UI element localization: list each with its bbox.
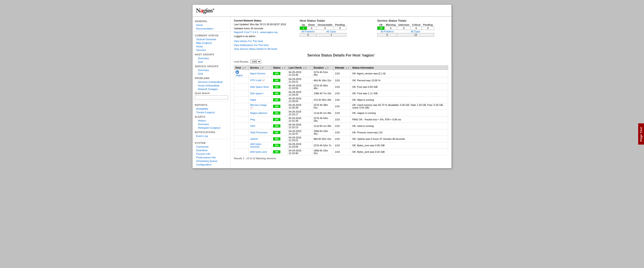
sidebar-item-host-groups-summary[interactable]: Summary	[192, 56, 230, 60]
service-link[interactable]: Total Processes	[250, 131, 268, 134]
service-info-cell: OK: nagios is running	[351, 110, 448, 116]
table-row: UptimeOK04-29-2019 21:33:2296d 6h 55m 41…	[234, 136, 448, 142]
sidebar-item-trends[interactable]: Trends (Legacy)	[192, 111, 230, 114]
host-down-count[interactable]: 0	[307, 26, 316, 30]
svc-unknown-count[interactable]: 0	[397, 26, 411, 30]
host-all-types-link[interactable]: All Types	[326, 30, 336, 33]
sidebar-item-network-outages[interactable]: Network Outages	[192, 87, 230, 91]
service-host-cell	[234, 149, 249, 155]
service-link[interactable]: eth0 bytes received	[250, 143, 262, 148]
limit-select[interactable]: 1000 100 500 5000	[250, 60, 261, 64]
sidebar-item-hosts[interactable]: Hosts	[192, 45, 230, 48]
sidebar-item-documentation[interactable]: Documentation	[192, 27, 230, 30]
service-link[interactable]: Disk Space /boot	[250, 85, 268, 88]
svc-pending-count[interactable]: 0	[422, 26, 434, 30]
host-icon: ▶	[236, 70, 239, 74]
service-link[interactable]: Nagios daemon	[250, 112, 267, 114]
sidebar-system-title: System	[192, 140, 230, 145]
svc-all-types-link[interactable]: All Types	[411, 30, 420, 33]
service-lastcheck-cell: 04-29-2019 21:33:21	[287, 77, 312, 83]
host-up-count[interactable]: 1	[300, 26, 307, 30]
status-badge: OK	[273, 150, 280, 153]
sidebar-item-downtime[interactable]: Downtime	[192, 149, 230, 152]
service-link[interactable]: CPU Load	[250, 79, 262, 81]
service-host-cell	[234, 83, 249, 90]
service-name-cell: Memory Usage 📈	[249, 103, 272, 110]
th-host[interactable]: Host ▲▼	[234, 65, 249, 70]
sidebar-item-map[interactable]: Map (Legacy)	[192, 41, 230, 45]
service-status-cell: OK	[272, 149, 287, 155]
status-badge: OK	[273, 124, 280, 128]
svc-warning-count[interactable]: 0	[384, 26, 397, 30]
service-duration-cell: 227d 4h 54m 34s	[312, 116, 334, 123]
service-link[interactable]: Disk space /	[250, 92, 264, 95]
sidebar-search-input[interactable]	[195, 95, 228, 99]
service-duration-cell: 111d 6h 1m 49s	[312, 123, 334, 129]
sidebar-item-service-groups-grid[interactable]: Grid	[192, 72, 230, 75]
host-link[interactable]: nagios	[236, 74, 242, 77]
service-duration-cell: 189d 6h 10m 44s	[312, 129, 334, 136]
service-info-cell: OK: Process count was 115	[351, 129, 448, 136]
sidebar-item-host-groups-grid[interactable]: Grid	[192, 60, 230, 64]
service-link[interactable]: Httpd	[250, 98, 256, 101]
service-link[interactable]: eth0 bytes sent	[250, 151, 267, 153]
host-pending-count[interactable]: 0	[334, 26, 346, 30]
sidebar-item-performance-info[interactable]: Performance Info	[192, 156, 230, 159]
page-tour-button[interactable]: Page Tour	[638, 123, 644, 145]
host-unreachable-count[interactable]: 0	[316, 26, 334, 30]
limit-results: Limit Results: 1000 100 500 5000	[234, 60, 448, 64]
service-totals-table: Ok Warning Unknown Critical Pending 13 0…	[377, 23, 434, 37]
svc-all-problems-link[interactable]: All Problems	[380, 30, 394, 33]
service-table-header-row: Host ▲▼ Service ▲▼ Status ▲▼ Last Check …	[234, 65, 448, 70]
sidebar-item-tactical-overview[interactable]: Tactical Overview	[192, 37, 230, 41]
sidebar-item-configuration[interactable]: Configuration	[192, 163, 230, 166]
sidebar-item-service-groups-summary[interactable]: Summary	[192, 68, 230, 72]
service-info-cell: OK: Bytes_recv was 0.05 GiB	[351, 142, 448, 149]
host-all-problems-link[interactable]: All Problems	[302, 30, 314, 33]
service-link[interactable]: SSH	[250, 125, 255, 127]
service-name-cell: Nagios daemon	[249, 110, 272, 116]
th-last-check[interactable]: Last Check ▲▼	[287, 65, 312, 70]
service-info-cell: OK: sshd is running	[351, 123, 448, 129]
sidebar-item-history[interactable]: History	[192, 119, 230, 122]
sidebar-item-histogram[interactable]: Histogram (Legacy)	[192, 126, 230, 130]
view-history-link[interactable]: View History For This Host	[234, 39, 293, 43]
th-attempt[interactable]: Attempt ▲▼	[334, 65, 350, 70]
service-link[interactable]: Agent Version	[250, 72, 266, 75]
service-host-cell	[234, 110, 249, 116]
sidebar-item-services[interactable]: Services	[192, 48, 230, 52]
service-name-cell: Disk space /	[249, 90, 272, 96]
service-link[interactable]: Memory Usage	[250, 104, 267, 106]
service-info-cell: OK: Percent was 13.00 %	[351, 77, 448, 83]
service-status-cell: OK	[272, 123, 287, 129]
th-duration[interactable]: Duration ▲▼	[312, 65, 334, 70]
table-row: CPU Load 📈OK04-29-2019 21:33:2146d 9h 18…	[234, 77, 448, 83]
host-totals-count-row: 1 0 0 0	[300, 26, 346, 30]
graph-icon[interactable]: 📈	[262, 79, 266, 82]
service-totals-count-row: 13 0 0 0 0	[378, 26, 434, 30]
sidebar-item-services-unhandled[interactable]: Services (Unhandled)	[192, 80, 230, 84]
graph-icon[interactable]: 📈	[250, 107, 254, 109]
sidebar-item-scheduling-queue[interactable]: Scheduling Queue	[192, 159, 230, 163]
service-duration-cell: 227d 3h 56m 48s	[312, 83, 334, 90]
version-link[interactable]: Nagios® Core™ 4.4.3 - www.nagios.org	[234, 31, 278, 33]
service-name-cell: Agent Version	[249, 70, 272, 77]
table-row: HttpdOK04-29-2019 21:35:0427d 2h 45m 28s…	[234, 96, 448, 103]
service-link[interactable]: Ping	[250, 118, 255, 121]
sidebar-item-process-info[interactable]: Process Info	[192, 152, 230, 156]
view-notifications-link[interactable]: View Notifications For This Host	[234, 43, 293, 47]
sidebar-item-comments[interactable]: Comments	[192, 145, 230, 149]
view-service-status-link[interactable]: View Service Status Detail For All Hosts	[234, 47, 293, 51]
sidebar-item-event-log[interactable]: Event Log	[192, 134, 230, 138]
svc-critical-count[interactable]: 0	[411, 26, 422, 30]
sidebar-item-alerts-summary[interactable]: Summary	[192, 122, 230, 126]
svc-ok-count[interactable]: 13	[378, 26, 384, 30]
sidebar-item-hosts-unhandled[interactable]: Hosts (Unhandled)	[192, 84, 230, 87]
sidebar-item-home[interactable]: Home	[192, 23, 230, 27]
service-host-cell	[234, 103, 249, 110]
service-link[interactable]: Uptime	[250, 138, 258, 140]
th-service[interactable]: Service ▲▼	[249, 65, 272, 70]
view-links: View History For This Host View Notifica…	[234, 39, 293, 51]
th-status[interactable]: Status ▲▼	[272, 65, 287, 70]
sidebar-item-availability[interactable]: Availability	[192, 107, 230, 111]
